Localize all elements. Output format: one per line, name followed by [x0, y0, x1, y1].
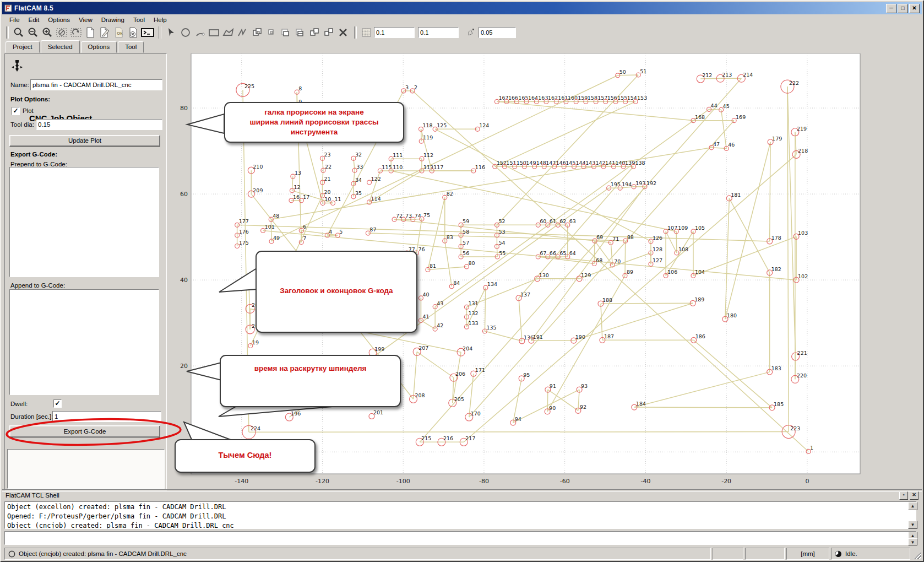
snap-max-input[interactable]: [374, 27, 415, 38]
svg-text:213: 213: [722, 72, 732, 78]
svg-text:8: 8: [298, 85, 302, 91]
svg-text:40: 40: [422, 291, 429, 298]
svg-text:6: 6: [303, 224, 306, 230]
minimize-button[interactable]: ─: [886, 4, 896, 13]
shell-input-scroll-down-icon[interactable]: ▼: [908, 538, 917, 545]
tab-project[interactable]: Project: [6, 41, 40, 53]
open-file-icon[interactable]: [97, 26, 112, 39]
name-input[interactable]: [30, 79, 162, 90]
shell-float-button[interactable]: ▫: [899, 491, 908, 500]
grid-step-icon[interactable]: [464, 26, 479, 39]
dwell-checkbox[interactable]: ✓: [53, 399, 62, 408]
grid-step-input[interactable]: [479, 27, 516, 38]
replot-icon[interactable]: [55, 26, 69, 39]
run-script-icon[interactable]: Ok: [112, 26, 126, 39]
svg-text:69: 69: [596, 234, 603, 240]
select-arrow-icon[interactable]: [164, 26, 178, 39]
copy-icon[interactable]: [250, 26, 264, 39]
dwell-label: Dwell:: [10, 401, 28, 407]
svg-text:118: 118: [422, 122, 432, 128]
svg-text:170: 170: [471, 410, 481, 417]
paint-icon[interactable]: [293, 26, 307, 39]
svg-text:130: 130: [539, 272, 549, 278]
callout4-tail: [178, 419, 236, 442]
svg-text:53: 53: [498, 229, 505, 235]
menu-item-edit[interactable]: Edit: [25, 15, 44, 24]
polyline-tool-icon[interactable]: [236, 26, 250, 39]
offset-icon[interactable]: [322, 26, 336, 39]
close-button[interactable]: ✕: [909, 4, 920, 13]
menu-item-drawing[interactable]: Drawing: [97, 15, 128, 24]
buffer-icon[interactable]: [279, 26, 293, 39]
grid-snap-icon[interactable]: [360, 26, 374, 39]
export-gcode-button[interactable]: Export G-Code: [9, 425, 160, 437]
svg-text:-60: -60: [560, 478, 570, 485]
svg-text:138: 138: [635, 160, 645, 166]
duplicate-icon[interactable]: [264, 26, 279, 39]
svg-text:35: 35: [355, 190, 362, 196]
svg-text:169: 169: [736, 114, 746, 120]
tab-tool[interactable]: Tool: [118, 41, 144, 53]
shell-scroll-down-icon[interactable]: ▼: [908, 521, 917, 529]
tool-dia-input[interactable]: [36, 119, 162, 130]
snap-min-input[interactable]: [418, 27, 459, 38]
zoom-out-icon[interactable]: [26, 26, 40, 39]
status-state-cell: Idle.: [831, 548, 910, 560]
svg-text:-80: -80: [479, 478, 489, 485]
svg-text:64: 64: [569, 250, 576, 256]
duration-input[interactable]: [52, 411, 161, 422]
shell-output[interactable]: Object (excellon) created: plsma fin - C…: [4, 501, 916, 529]
shell-input[interactable]: [4, 531, 916, 545]
svg-text:185: 185: [774, 401, 784, 407]
shell-icon[interactable]: [140, 26, 155, 39]
shell-scroll-up-icon[interactable]: ▲: [908, 502, 917, 510]
svg-text:75: 75: [423, 212, 430, 218]
svg-text:65: 65: [559, 250, 566, 256]
svg-text:46: 46: [728, 142, 735, 148]
menu-item-file[interactable]: File: [6, 15, 24, 24]
callout-plot-options: галка прорисоки на экранеширина линий пр…: [224, 102, 404, 143]
menu-item-options[interactable]: Options: [44, 15, 74, 24]
menu-item-view[interactable]: View: [75, 15, 96, 24]
union-icon[interactable]: [307, 26, 322, 39]
shell-separator[interactable]: [2, 489, 922, 492]
plot-checkbox[interactable]: ✓: [12, 107, 20, 115]
prepend-textarea[interactable]: [9, 167, 159, 277]
zoom-fit-icon[interactable]: [12, 26, 26, 39]
tab-options[interactable]: Options: [81, 41, 117, 53]
svg-text:176: 176: [239, 229, 249, 235]
delete-file-icon[interactable]: [126, 26, 140, 39]
tab-selected[interactable]: Selected: [41, 40, 80, 53]
svg-text:187: 187: [604, 333, 614, 339]
svg-text:42: 42: [437, 322, 443, 328]
shell-close-button[interactable]: ✕: [910, 491, 918, 500]
new-file-icon[interactable]: [83, 26, 97, 39]
update-plot-button[interactable]: Update Plot: [9, 135, 160, 147]
svg-text:47: 47: [713, 141, 720, 147]
append-textarea[interactable]: [9, 289, 159, 395]
svg-text:33: 33: [356, 164, 363, 170]
svg-text:103: 103: [798, 230, 808, 236]
polygon-tool-icon[interactable]: [221, 26, 236, 39]
rectangle-tool-icon[interactable]: [207, 26, 221, 39]
maximize-button[interactable]: □: [898, 4, 908, 13]
menu-item-tool[interactable]: Tool: [129, 15, 149, 24]
clear-plot-icon[interactable]: [69, 26, 83, 39]
svg-text:17: 17: [303, 194, 309, 200]
menu-item-help[interactable]: Help: [150, 15, 171, 24]
toolbar-separator: [159, 26, 161, 39]
zoom-in-icon[interactable]: [40, 26, 55, 39]
svg-text:76: 76: [418, 246, 425, 252]
circle-tool-icon[interactable]: [178, 26, 193, 39]
svg-text:124: 124: [479, 122, 489, 128]
svg-text:71: 71: [612, 236, 619, 242]
svg-text:-140: -140: [235, 478, 248, 485]
title-bar[interactable]: FlatCAM 8.5 ─ □ ✕: [2, 2, 922, 14]
svg-text:51: 51: [640, 68, 646, 74]
arc-tool-icon[interactable]: [193, 26, 207, 39]
svg-text:159: 159: [578, 95, 588, 101]
svg-text:56: 56: [463, 250, 469, 256]
plot-checkbox-label: Plot: [23, 107, 34, 114]
svg-text:146: 146: [556, 160, 566, 166]
delete-shape-icon[interactable]: [336, 26, 350, 39]
